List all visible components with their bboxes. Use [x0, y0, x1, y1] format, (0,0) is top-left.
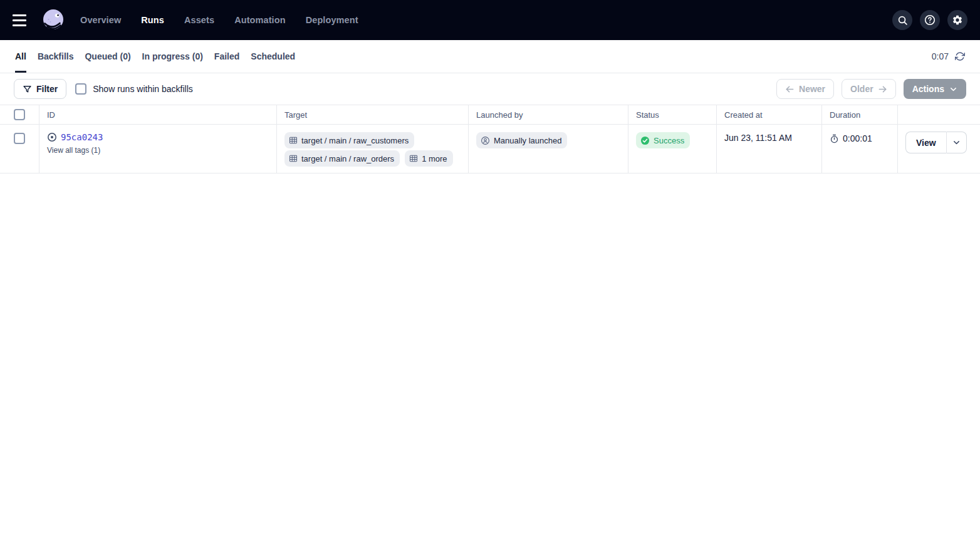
column-header-status: Status [628, 105, 716, 124]
top-navbar: Overview Runs Assets Automation Deployme… [0, 0, 980, 40]
runs-table: ID Target Launched by Status Created at … [0, 105, 980, 173]
arrow-left-icon [785, 85, 795, 94]
target-tag-label: target / main / raw_orders [301, 154, 394, 163]
target-more-tag[interactable]: 1 more [405, 150, 452, 167]
help-icon [924, 14, 936, 26]
run-filter-tabs: All Backfills Queued (0) In progress (0)… [15, 40, 295, 73]
newer-button[interactable]: Newer [776, 79, 834, 99]
actions-button[interactable]: Actions [904, 79, 966, 99]
filter-funnel-icon [23, 85, 32, 94]
tab-all[interactable]: All [15, 40, 26, 73]
view-run-button[interactable]: View [905, 132, 946, 153]
column-header-created-at: Created at [716, 105, 821, 124]
show-backfills-checkbox[interactable] [75, 83, 86, 95]
older-button-label: Older [850, 84, 873, 94]
nav-item-deployment[interactable]: Deployment [306, 15, 358, 25]
user-icon [481, 136, 490, 145]
status-label: Success [654, 136, 684, 145]
select-run-checkbox[interactable] [14, 133, 25, 144]
row-actions-cell: View [897, 125, 980, 173]
runs-tabbar: All Backfills Queued (0) In progress (0)… [0, 40, 980, 73]
view-all-tags-link[interactable]: View all tags (1) [47, 146, 100, 155]
table-grid-icon [289, 154, 298, 163]
arrow-right-icon [878, 85, 887, 94]
filter-button-label: Filter [36, 84, 58, 94]
filter-button[interactable]: Filter [14, 79, 66, 99]
column-header-target: Target [276, 105, 468, 124]
run-id-cell: 95ca0243 View all tags (1) [39, 125, 276, 173]
hamburger-menu-icon[interactable] [13, 11, 30, 29]
chevron-down-icon [952, 138, 961, 147]
target-tag[interactable]: target / main / raw_customers [284, 132, 414, 148]
column-header-launched-by: Launched by [468, 105, 628, 124]
settings-button[interactable] [947, 10, 967, 30]
runs-table-header: ID Target Launched by Status Created at … [0, 105, 980, 125]
search-icon [897, 15, 908, 26]
nav-item-overview[interactable]: Overview [80, 15, 121, 25]
status-cell: Success [628, 125, 716, 173]
tab-scheduled[interactable]: Scheduled [251, 40, 295, 73]
column-header-id: ID [39, 105, 276, 124]
newer-button-label: Newer [799, 84, 825, 94]
view-run-dropdown-button[interactable] [946, 132, 967, 153]
show-backfills-label[interactable]: Show runs within backfills [93, 84, 193, 94]
duration-value: 0:00:01 [843, 133, 872, 143]
tab-queued[interactable]: Queued (0) [85, 40, 130, 73]
table-grid-icon [409, 154, 418, 163]
refresh-icon [955, 51, 965, 61]
table-grid-icon [289, 136, 298, 145]
target-more-label: 1 more [422, 154, 447, 163]
launched-by-label: Manually launched [494, 136, 561, 145]
column-header-duration: Duration [821, 105, 897, 124]
navbar-actions [892, 10, 967, 30]
success-check-icon [640, 136, 650, 145]
tab-failed[interactable]: Failed [214, 40, 239, 73]
timer-icon [830, 134, 839, 143]
target-tag-label: target / main / raw_customers [301, 136, 409, 145]
select-all-checkbox[interactable] [14, 109, 25, 120]
launched-by-tag[interactable]: Manually launched [476, 132, 567, 148]
run-row: 95ca0243 View all tags (1) target / main… [0, 125, 980, 173]
help-button[interactable] [920, 10, 940, 30]
status-badge[interactable]: Success [636, 132, 690, 148]
duration-cell: 0:00:01 [821, 125, 897, 173]
nav-item-runs[interactable]: Runs [141, 15, 164, 25]
launched-by-cell: Manually launched [468, 125, 628, 173]
nav-item-automation[interactable]: Automation [234, 15, 286, 25]
target-tag[interactable]: target / main / raw_orders [284, 150, 400, 167]
tab-backfills[interactable]: Backfills [38, 40, 74, 73]
run-target-cell: target / main / raw_customers target / m… [276, 125, 468, 173]
search-button[interactable] [892, 10, 912, 30]
refresh-countdown: 0:07 [932, 51, 949, 61]
created-at-cell: Jun 23, 11:51 AM [716, 125, 821, 173]
nav-item-assets[interactable]: Assets [184, 15, 214, 25]
chevron-down-icon [949, 85, 957, 93]
primary-nav: Overview Runs Assets Automation Deployme… [80, 15, 358, 25]
gear-icon [952, 14, 963, 26]
tab-in-progress[interactable]: In progress (0) [142, 40, 203, 73]
runs-toolbar: Filter Show runs within backfills Newer … [0, 73, 980, 105]
run-id-link[interactable]: 95ca0243 [61, 132, 103, 142]
dagster-logo[interactable] [40, 7, 66, 33]
created-at-value: Jun 23, 11:51 AM [724, 131, 792, 143]
run-target-icon [47, 132, 57, 142]
refresh-button[interactable] [955, 51, 965, 61]
column-header-actions [897, 105, 980, 124]
actions-button-label: Actions [912, 84, 944, 94]
older-button[interactable]: Older [842, 79, 896, 99]
